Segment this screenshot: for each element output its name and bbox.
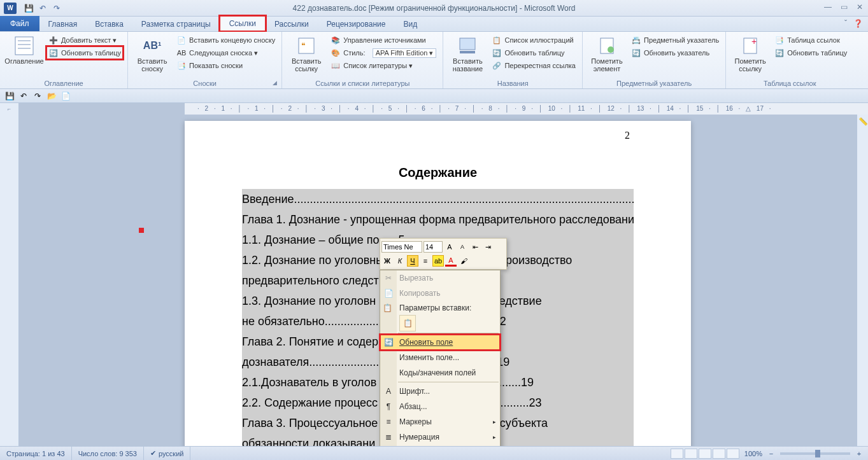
qat2-undo-icon[interactable]: ↶ xyxy=(18,91,29,101)
insert-caption-button[interactable]: Вставить название xyxy=(448,34,487,78)
tof-icon: 📋 xyxy=(492,35,502,45)
tab-file[interactable]: Файл xyxy=(0,16,39,31)
sources-icon: 📚 xyxy=(331,35,341,45)
horizontal-ruler[interactable]: · 2 · 1 · │ · 1 · │ · 2 · │ · 3 · │ · 4 … xyxy=(185,103,868,115)
close-icon[interactable]: ✕ xyxy=(857,3,863,11)
next-footnote-button[interactable]: ABСледующая сноска ▾ xyxy=(175,47,276,59)
italic-button[interactable]: К xyxy=(394,255,406,267)
tab-insert[interactable]: Вставка xyxy=(86,17,132,31)
svg-text:❝: ❝ xyxy=(301,41,305,50)
highlight-icon[interactable]: ab xyxy=(432,255,444,267)
align-center-icon[interactable]: ≡ xyxy=(420,255,431,267)
tab-view[interactable]: Вид xyxy=(394,17,426,31)
citation-icon: ❝ xyxy=(296,36,317,56)
insert-index-button[interactable]: 📇Предметный указатель xyxy=(630,34,720,46)
insert-citation-button[interactable]: ❝ Вставить ссылку xyxy=(287,34,325,78)
mark-citation-button[interactable]: + Пометить ссылку xyxy=(731,34,769,78)
zoom-in-button[interactable]: + xyxy=(855,450,863,457)
tab-review[interactable]: Рецензирование xyxy=(318,17,395,31)
qat2-save-icon[interactable]: 💾 xyxy=(4,91,15,101)
manage-sources-button[interactable]: 📚Управление источниками xyxy=(329,34,438,46)
status-words[interactable]: Число слов: 9 353 xyxy=(72,447,144,460)
ctx-copy[interactable]: 📄Копировать xyxy=(380,286,500,301)
view-print-layout[interactable] xyxy=(671,449,683,459)
underline-button[interactable]: Ч xyxy=(407,255,418,267)
grow-font-icon[interactable]: A xyxy=(444,241,455,253)
ctx-toggle-codes[interactable]: Коды/значения полей xyxy=(380,365,500,380)
ab-icon: AB¹ xyxy=(142,36,162,56)
zoom-thumb[interactable] xyxy=(815,450,820,457)
ribbon-minimize-icon[interactable]: ˇ xyxy=(844,19,847,28)
refresh-icon: 🔄 xyxy=(631,48,641,58)
tab-references[interactable]: Ссылки xyxy=(220,16,266,31)
group-toa: + Пометить ссылку 📑Таблица ссылок 🔄Обнов… xyxy=(726,32,853,88)
mini-size-input[interactable] xyxy=(423,241,443,253)
format-painter-icon[interactable]: 🖌 xyxy=(458,255,469,267)
page-number: 2 xyxy=(625,130,630,141)
qat2-redo-icon[interactable]: ↷ xyxy=(32,91,43,101)
mini-font-input[interactable] xyxy=(381,241,422,253)
tab-home[interactable]: Главная xyxy=(39,17,87,31)
right-panel-strip: 📏 xyxy=(857,115,868,446)
status-bar: Страница: 1 из 43 Число слов: 9 353 ✔рус… xyxy=(0,446,868,460)
zoom-level[interactable]: 100% xyxy=(744,450,762,457)
toc-line: Введение................................… xyxy=(242,189,634,209)
minimize-icon[interactable]: — xyxy=(824,3,832,11)
view-draft[interactable] xyxy=(727,449,739,459)
help-icon[interactable]: ❓ xyxy=(853,19,863,28)
cross-reference-button[interactable]: 🔗Перекрестная ссылка xyxy=(490,60,577,71)
update-table-button[interactable]: 🔄Обновить таблицу xyxy=(47,47,122,59)
caption-icon xyxy=(457,36,478,56)
font-color-icon[interactable]: A xyxy=(445,255,457,267)
update-tof-button[interactable]: 🔄Обновить таблицу xyxy=(490,47,577,59)
ctx-font[interactable]: AШрифт... xyxy=(380,384,500,399)
tab-mailings[interactable]: Рассылки xyxy=(266,17,318,31)
ctx-update-field[interactable]: 🔄Обновить поле xyxy=(380,335,500,350)
status-page[interactable]: Страница: 1 из 43 xyxy=(0,447,72,460)
ruler-row: ⌐ · 2 · 1 · │ · 1 · │ · 2 · │ · 3 · │ · … xyxy=(0,103,868,115)
quick-access-toolbar: 💾 ↶ ↷ xyxy=(23,3,62,14)
qat-redo-icon[interactable]: ↷ xyxy=(51,3,62,14)
ruler-corner[interactable]: ⌐ xyxy=(0,103,19,115)
footnotes-launcher-icon[interactable]: ◢ xyxy=(273,80,280,87)
status-language[interactable]: ✔русский xyxy=(144,447,190,460)
insert-toa-button[interactable]: 📑Таблица ссылок xyxy=(773,34,848,46)
toa-icon: 📑 xyxy=(774,35,785,45)
qat-undo-icon[interactable]: ↶ xyxy=(37,3,48,14)
restore-icon[interactable]: ▭ xyxy=(841,3,848,11)
mark-entry-button[interactable]: Пометить элемент xyxy=(588,34,626,78)
ctx-paste-option-keep[interactable]: 📋 xyxy=(399,315,416,331)
ctx-numbering[interactable]: ≣Нумерация▸ xyxy=(380,429,500,445)
qat2-new-icon[interactable]: 📄 xyxy=(60,91,71,101)
vertical-ruler[interactable] xyxy=(0,115,19,446)
ctx-paragraph[interactable]: ¶Абзац... xyxy=(380,399,500,414)
view-full-screen[interactable] xyxy=(685,449,697,459)
bold-button[interactable]: Ж xyxy=(381,255,393,267)
ruler-toggle-icon[interactable]: 📏 xyxy=(858,117,867,126)
qat2-open-icon[interactable]: 📂 xyxy=(46,91,57,101)
increase-indent-icon[interactable]: ⇥ xyxy=(482,241,494,253)
table-of-figures-button[interactable]: 📋Список иллюстраций xyxy=(490,34,577,46)
zoom-out-button[interactable]: − xyxy=(767,450,775,457)
insert-endnote-button[interactable]: 📄Вставить концевую сноску xyxy=(175,34,276,46)
style-dropdown[interactable]: 🎨Стиль: APA Fifth Edition ▾ xyxy=(329,47,438,59)
view-web[interactable] xyxy=(699,449,711,459)
qat-save-icon[interactable]: 💾 xyxy=(23,3,34,14)
svg-rect-6 xyxy=(460,38,475,50)
update-toa-button[interactable]: 🔄Обновить таблицу xyxy=(773,47,848,59)
shrink-font-icon[interactable]: A xyxy=(457,241,468,253)
toc-button[interactable]: Оглавление xyxy=(5,34,43,78)
tab-page-layout[interactable]: Разметка страницы xyxy=(132,17,220,31)
ctx-bullets[interactable]: ≡Маркеры▸ xyxy=(380,414,500,429)
update-index-button[interactable]: 🔄Обновить указатель xyxy=(630,47,720,59)
bibliography-button[interactable]: 📖Список литературы ▾ xyxy=(329,60,438,71)
zoom-slider[interactable] xyxy=(780,452,850,455)
ctx-edit-field[interactable]: Изменить поле... xyxy=(380,350,500,365)
view-outline[interactable] xyxy=(713,449,725,459)
decrease-indent-icon[interactable]: ⇤ xyxy=(469,241,481,253)
ctx-cut[interactable]: ✂Вырезать xyxy=(380,270,500,286)
show-notes-button[interactable]: 📑Показать сноски xyxy=(175,60,276,71)
add-text-button[interactable]: ➕Добавить текст ▾ xyxy=(47,34,122,46)
update-icon: 🔄 xyxy=(383,338,394,347)
insert-footnote-button[interactable]: AB¹ Вставить сноску xyxy=(133,34,171,78)
